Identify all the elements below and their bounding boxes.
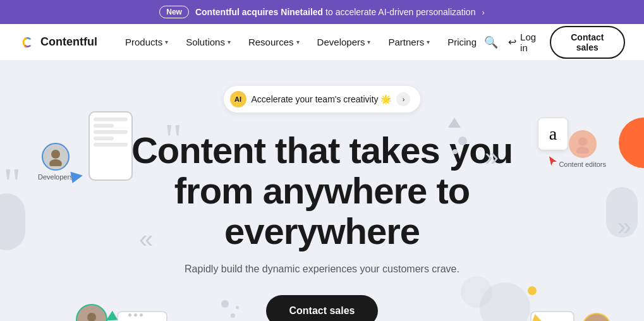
deco-chevron-left-1: » (139, 225, 153, 253)
nav-item-developers[interactable]: Developers ▾ (310, 32, 379, 52)
search-icon[interactable]: 🔍 (484, 35, 498, 49)
banner-text: Contentful acquires Ninetailed to accele… (195, 7, 476, 17)
deco-dots (128, 313, 143, 317)
orange-circle-deco (619, 118, 644, 168)
designers-bubble: Designers (581, 313, 612, 321)
chevron-down-icon: ▾ (427, 39, 430, 45)
announcement-banner[interactable]: New Contentful acquires Ninetailed to ac… (0, 0, 644, 24)
chevron-down-icon: ▾ (228, 39, 231, 45)
svg-point-2 (25, 45, 27, 47)
phone-line-1 (94, 118, 128, 121)
ai-chip-chevron-icon: › (396, 92, 410, 106)
logo-text: Contentful (40, 35, 97, 49)
svg-point-0 (19, 33, 37, 51)
deco-circle-1 (458, 136, 467, 145)
svg-point-7 (87, 313, 96, 321)
designers-avatar (582, 313, 611, 321)
hero-section: » » » Developers ▶ " " a (0, 61, 644, 321)
quote-deco-right: " (164, 118, 183, 162)
contact-sales-nav-button[interactable]: Contact sales (550, 26, 625, 59)
deco-triangle-1 (448, 118, 461, 128)
content-editors-bubble: Content editors (559, 130, 606, 168)
chevron-down-icon: ▾ (367, 39, 370, 45)
logo[interactable]: Contentful (19, 33, 97, 51)
hero-subtitle: Rapidly build the dynamic experiences yo… (185, 263, 459, 275)
svg-point-6 (576, 147, 589, 154)
phone-line-3 (94, 130, 128, 134)
phone-line-4 (94, 136, 114, 140)
deco-pill-right (606, 187, 638, 238)
deco-circle-5 (236, 306, 239, 309)
editors-avatar (569, 130, 597, 158)
editor-person-icon (573, 135, 592, 154)
deco-circle-4 (231, 313, 235, 318)
ai-chip[interactable]: AI Accelerate your team's creativity 🌟 › (224, 86, 421, 112)
cursor-icon (546, 154, 560, 171)
svg-point-4 (49, 159, 62, 166)
developers-bubble: Developers (38, 143, 73, 181)
chevron-down-icon: ▾ (296, 39, 300, 45)
nav-item-pricing[interactable]: Pricing (440, 32, 484, 52)
svg-point-1 (25, 37, 27, 40)
deco-circle-3 (221, 300, 229, 308)
editors-label: Content editors (559, 160, 606, 168)
svg-point-3 (51, 150, 60, 159)
deco-chevron-right-1: » (485, 143, 499, 171)
main-nav: Contentful Products ▾ Solutions ▾ Resour… (0, 24, 644, 61)
nav-links: Products ▾ Solutions ▾ Resources ▾ Devel… (118, 32, 484, 52)
ai-badge: AI (230, 91, 246, 107)
nav-right: 🔍 ↩ Log in Contact sales (484, 26, 625, 59)
banner-arrow-icon: › (482, 8, 484, 17)
new-badge: New (159, 6, 189, 18)
login-button[interactable]: ↩ Log in (508, 32, 540, 53)
ai-chip-text: Accelerate your team's creativity 🌟 (252, 94, 392, 104)
chevron-down-icon: ▾ (165, 39, 168, 45)
phone-line-2 (94, 124, 114, 128)
yellow-dot-deco (528, 286, 537, 295)
deco-circle-2 (453, 149, 458, 154)
nav-item-partners[interactable]: Partners ▾ (380, 32, 437, 52)
developers-avatar (42, 143, 70, 171)
nav-item-solutions[interactable]: Solutions ▾ (178, 32, 238, 52)
developers-arrow-icon: ▶ (70, 166, 84, 186)
designer-person-icon (587, 318, 606, 321)
developer-person-icon (46, 147, 65, 166)
quote-deco-left: " (3, 162, 21, 206)
nav-item-resources[interactable]: Resources ▾ (241, 32, 307, 52)
phone-mockup (88, 111, 133, 181)
svg-point-5 (578, 137, 587, 146)
developers-label: Developers (38, 173, 73, 181)
marketer-person-icon (82, 310, 102, 321)
contact-sales-hero-button[interactable]: Contact sales (266, 295, 377, 321)
contentful-logo-icon (19, 33, 37, 51)
login-icon: ↩ (508, 36, 516, 48)
phone-line-5 (94, 143, 128, 147)
nav-item-products[interactable]: Products ▾ (118, 32, 176, 52)
